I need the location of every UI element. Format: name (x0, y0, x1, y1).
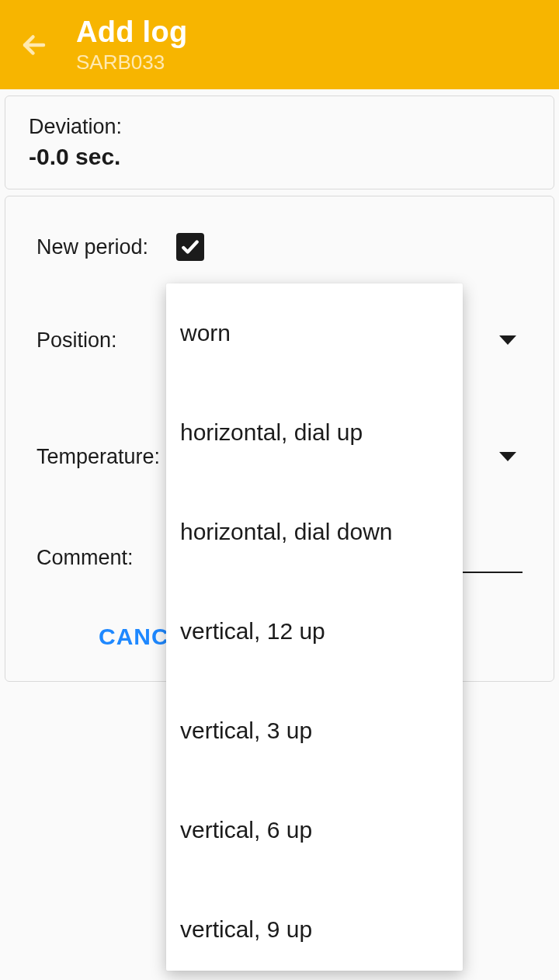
position-option[interactable]: horizontal, dial down (166, 482, 463, 582)
row-new-period: New period: (36, 220, 523, 274)
new-period-label: New period: (36, 235, 176, 259)
position-option[interactable]: vertical, 3 up (166, 681, 463, 780)
deviation-label: Deviation: (29, 115, 530, 139)
appbar-titles: Add log SARB033 (76, 16, 188, 75)
position-option[interactable]: vertical, 9 up (166, 880, 463, 971)
page-subtitle: SARB033 (76, 50, 188, 75)
position-option[interactable]: worn (166, 283, 463, 383)
position-option[interactable]: vertical, 6 up (166, 780, 463, 880)
back-button[interactable] (16, 26, 53, 64)
chevron-down-icon (499, 335, 516, 345)
app-bar: Add log SARB033 (0, 0, 559, 89)
check-icon (180, 237, 200, 257)
comment-label: Comment: (36, 546, 176, 570)
position-option[interactable]: vertical, 12 up (166, 582, 463, 681)
position-option[interactable]: horizontal, dial up (166, 383, 463, 482)
deviation-value: -0.0 sec. (29, 144, 530, 170)
deviation-card: Deviation: -0.0 sec. (5, 96, 554, 189)
position-dropdown-menu: worn horizontal, dial up horizontal, dia… (166, 283, 463, 971)
chevron-down-icon (499, 452, 516, 461)
arrow-left-icon (20, 31, 48, 59)
page-title: Add log (76, 16, 188, 49)
temperature-label: Temperature: (36, 445, 176, 469)
new-period-checkbox[interactable] (176, 233, 204, 261)
position-label: Position: (36, 328, 176, 353)
